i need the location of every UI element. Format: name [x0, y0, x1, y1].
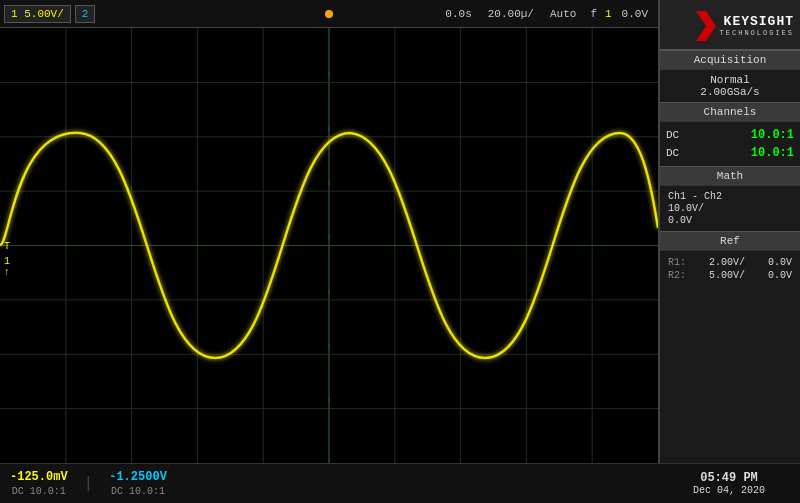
acquisition-content: Normal 2.00GSa/s — [660, 70, 800, 102]
math-line1: Ch1 - Ch2 — [668, 191, 792, 202]
time-date-display: 05:49 PM Dec 04, 2020 — [658, 463, 800, 503]
ref-header: Ref — [660, 231, 800, 251]
ch2-status: 2 — [75, 5, 96, 23]
date-display: Dec 04, 2020 — [693, 485, 765, 496]
acq-mode-top: Auto — [544, 6, 582, 22]
ch2-channel-row: DC 10.0:1 — [666, 144, 794, 162]
brand-name: KEYSIGHT — [724, 14, 794, 29]
waveform — [0, 28, 658, 463]
time-display: 05:49 PM — [700, 471, 758, 485]
trig-volt: 0.0V — [616, 6, 654, 22]
trig-icon: f — [586, 8, 601, 20]
math-header: Math — [660, 166, 800, 186]
ch1-channel-row: DC 10.0:1 — [666, 126, 794, 144]
scope-display: T 1↑ — [0, 28, 658, 463]
channels-content: DC 10.0:1 DC 10.0:1 — [660, 122, 800, 166]
trig-ch: 1 — [605, 8, 612, 20]
math-line3: 0.0V — [668, 215, 792, 226]
ground-marker: 1↑ — [4, 256, 10, 278]
ref2-row: R2: 5.00V/ 0.0V — [668, 270, 792, 281]
separator1: | — [84, 475, 94, 493]
channel-status-bar: 1 5.00V/ 2 0.0s 20.00µ/ Auto f 1 0.0V — [0, 0, 658, 28]
r2-label: R2: — [668, 270, 686, 281]
acq-mode: Normal — [668, 74, 792, 86]
ch2-reading: 10.0:1 — [751, 146, 794, 160]
acq-rate: 2.00GSa/s — [668, 86, 792, 98]
r1-time: 0.0V — [768, 257, 792, 268]
r2-time: 0.0V — [768, 270, 792, 281]
math-content: Ch1 - Ch2 10.0V/ 0.0V — [660, 186, 800, 231]
bottom-status-bar: -125.0mV DC 10.0:1 | -1.2500V DC 10.0:1 — [0, 463, 658, 503]
trigger-level-marker: T — [4, 240, 10, 251]
ch1-coupling: DC — [12, 486, 24, 497]
r1-volt: 2.00V/ — [709, 257, 745, 268]
r1-label: R1: — [668, 257, 686, 268]
ch2-measurement: -1.2500V — [109, 470, 167, 484]
ch2-probe-ratio: 10.0:1 — [129, 486, 165, 497]
acquisition-header: Acquisition — [660, 50, 800, 70]
r2-volt: 5.00V/ — [709, 270, 745, 281]
ch1-probe-ratio: 10.0:1 — [30, 486, 66, 497]
ref1-row: R1: 2.00V/ 0.0V — [668, 257, 792, 268]
channels-header: Channels — [660, 102, 800, 122]
svg-marker-25 — [696, 11, 716, 41]
right-panel: KEYSIGHT TECHNOLOGIES Acquisition Normal… — [658, 0, 800, 503]
ch1-dc-label: DC — [666, 129, 679, 141]
keysight-logo: KEYSIGHT TECHNOLOGIES — [720, 14, 794, 37]
ref-content: R1: 2.00V/ 0.0V R2: 5.00V/ 0.0V — [660, 251, 800, 287]
logo-area: KEYSIGHT TECHNOLOGIES — [660, 0, 800, 50]
ch2-coupling: DC — [111, 486, 123, 497]
trigger-dot — [325, 10, 333, 18]
ch1-measurement: -125.0mV — [10, 470, 68, 484]
keysight-chevron-icon — [696, 11, 716, 41]
ch2-dc-label: DC — [666, 147, 679, 159]
ch2-bottom-info: -1.2500V DC 10.0:1 — [109, 470, 167, 497]
ch1-reading: 10.0:1 — [751, 128, 794, 142]
ch1-status: 1 5.00V/ — [4, 5, 71, 23]
brand-sub: TECHNOLOGIES — [720, 29, 794, 37]
time-position: 0.0s — [439, 6, 477, 22]
ch1-bottom-info: -125.0mV DC 10.0:1 — [10, 470, 68, 497]
time-div-label: 20.00µ/ — [482, 6, 540, 22]
math-line2: 10.0V/ — [668, 203, 792, 214]
